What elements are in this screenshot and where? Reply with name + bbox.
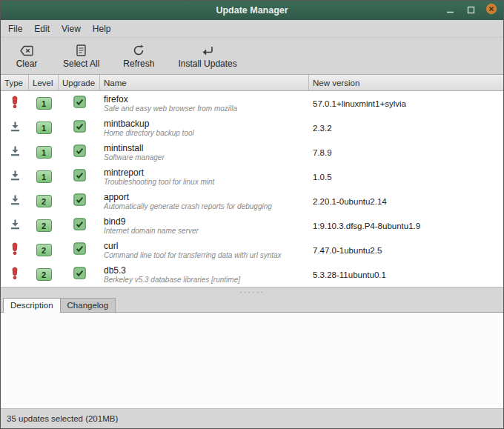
select-all-icon xyxy=(76,44,86,56)
level-badge: 1 xyxy=(36,97,52,110)
close-icon xyxy=(485,3,497,18)
column-header-upgrade[interactable]: Upgrade xyxy=(59,75,100,90)
security-update-icon xyxy=(10,267,19,282)
select-all-button[interactable]: Select All xyxy=(57,41,105,71)
pane-splitter[interactable]: ······ xyxy=(1,287,503,296)
upgrade-checkbox[interactable] xyxy=(73,144,86,160)
name-cell: apport Automatically generate crash repo… xyxy=(100,192,309,211)
type-cell xyxy=(1,267,29,282)
clear-icon xyxy=(20,44,33,56)
column-header-new-version[interactable]: New version xyxy=(309,75,503,90)
close-button[interactable] xyxy=(485,4,497,16)
description-panel xyxy=(1,313,503,408)
table-row[interactable]: 1 mintinstall Software manager 7.8.9 xyxy=(1,140,503,164)
package-name: bind9 xyxy=(104,216,309,227)
upgrade-cell xyxy=(59,96,100,111)
download-update-icon xyxy=(10,145,21,160)
upgrade-checkbox[interactable] xyxy=(73,96,86,111)
level-badge: 1 xyxy=(36,122,52,134)
update-manager-window: Update Manager File Edit View Help xyxy=(0,0,504,429)
install-updates-button[interactable]: Install Updates xyxy=(172,41,242,71)
menu-help[interactable]: Help xyxy=(87,21,117,37)
name-cell: mintinstall Software manager xyxy=(100,143,309,162)
level-cell: 1 xyxy=(29,122,59,134)
restore-icon xyxy=(467,4,475,17)
install-updates-label: Install Updates xyxy=(178,59,236,69)
level-cell: 2 xyxy=(29,219,59,232)
upgrade-checkbox[interactable] xyxy=(73,267,86,282)
security-update-icon xyxy=(10,242,19,258)
upgrade-cell xyxy=(59,144,100,160)
package-description: Safe and easy web browser from mozilla xyxy=(104,104,309,113)
level-cell: 1 xyxy=(29,97,59,110)
titlebar[interactable]: Update Manager xyxy=(1,1,503,20)
level-badge: 2 xyxy=(36,219,52,232)
table-row[interactable]: 2 apport Automatically generate crash re… xyxy=(1,189,503,213)
table-row[interactable]: 2 bind9 Internet domain name server 1:9.… xyxy=(1,213,503,238)
restore-button[interactable] xyxy=(465,4,477,16)
table-row[interactable]: 1 mintbackup Home directory backup tool … xyxy=(1,116,503,140)
column-header-level[interactable]: Level xyxy=(29,75,59,90)
security-update-icon xyxy=(10,96,19,111)
name-cell: bind9 Internet domain name server xyxy=(100,216,309,236)
package-version: 5.3.28-11ubuntu0.1 xyxy=(309,270,503,279)
package-version: 57.0.1+linuxmint1+sylvia xyxy=(309,99,503,108)
package-description: Internet domain name server xyxy=(104,227,309,236)
update-list[interactable]: 1 firefox Safe and easy web browser from… xyxy=(1,91,503,287)
type-cell xyxy=(1,121,29,136)
level-cell: 2 xyxy=(29,268,59,281)
upgrade-checkbox[interactable] xyxy=(73,193,86,209)
menu-file[interactable]: File xyxy=(2,21,28,37)
package-description: Software manager xyxy=(104,153,309,162)
minimize-button[interactable] xyxy=(444,4,456,16)
tab-description[interactable]: Description xyxy=(3,298,61,313)
package-name: mintinstall xyxy=(104,143,309,153)
upgrade-cell xyxy=(59,169,100,184)
package-name: apport xyxy=(104,192,309,202)
name-cell: curl Command line tool for transferring … xyxy=(100,241,309,260)
column-header-type[interactable]: Type xyxy=(1,75,29,90)
tabbar: Description Changelog xyxy=(1,296,503,313)
table-row[interactable]: 2 db5.3 Berkeley v5.3 database libraries… xyxy=(1,262,503,287)
type-cell xyxy=(1,194,29,209)
package-name: mintreport xyxy=(104,167,309,178)
upgrade-cell xyxy=(59,120,100,136)
package-description: Home directory backup tool xyxy=(104,129,309,138)
window-title: Update Manager xyxy=(1,5,503,16)
tab-changelog[interactable]: Changelog xyxy=(60,298,116,312)
package-description: Troubleshooting tool for linux mint xyxy=(104,178,309,187)
level-cell: 1 xyxy=(29,146,59,159)
upgrade-cell xyxy=(59,267,100,282)
level-badge: 2 xyxy=(36,195,52,207)
table-header: Type Level Upgrade Name New version xyxy=(1,75,503,91)
upgrade-checkbox[interactable] xyxy=(73,242,86,258)
type-cell xyxy=(1,242,29,258)
upgrade-checkbox[interactable] xyxy=(73,218,86,233)
package-description: Berkeley v5.3 database libraries [runtim… xyxy=(104,276,309,285)
clear-label: Clear xyxy=(16,59,38,69)
level-badge: 2 xyxy=(36,268,52,281)
upgrade-checkbox[interactable] xyxy=(73,169,86,184)
splitter-handle-icon: ······ xyxy=(239,290,265,294)
name-cell: mintreport Troubleshooting tool for linu… xyxy=(100,167,309,187)
menu-edit[interactable]: Edit xyxy=(28,21,56,37)
clear-button[interactable]: Clear xyxy=(8,41,45,71)
table-row[interactable]: 1 firefox Safe and easy web browser from… xyxy=(1,91,503,116)
download-update-icon xyxy=(10,194,21,209)
toolbar: Clear Select All Refresh Install Updates xyxy=(1,38,503,75)
column-header-name[interactable]: Name xyxy=(100,75,309,90)
package-version: 2.20.1-0ubuntu2.14 xyxy=(309,197,503,206)
refresh-button[interactable]: Refresh xyxy=(117,41,160,71)
upgrade-checkbox[interactable] xyxy=(73,120,86,136)
level-badge: 1 xyxy=(36,146,52,159)
type-cell xyxy=(1,145,29,160)
package-version: 7.47.0-1ubuntu2.5 xyxy=(309,246,503,255)
minimize-icon xyxy=(446,4,454,17)
package-name: firefox xyxy=(104,94,309,104)
type-cell xyxy=(1,170,29,184)
menu-view[interactable]: View xyxy=(56,21,87,37)
table-row[interactable]: 2 curl Command line tool for transferrin… xyxy=(1,238,503,262)
package-name: mintbackup xyxy=(104,119,309,129)
package-version: 2.3.2 xyxy=(309,124,503,133)
table-row[interactable]: 1 mintreport Troubleshooting tool for li… xyxy=(1,164,503,189)
